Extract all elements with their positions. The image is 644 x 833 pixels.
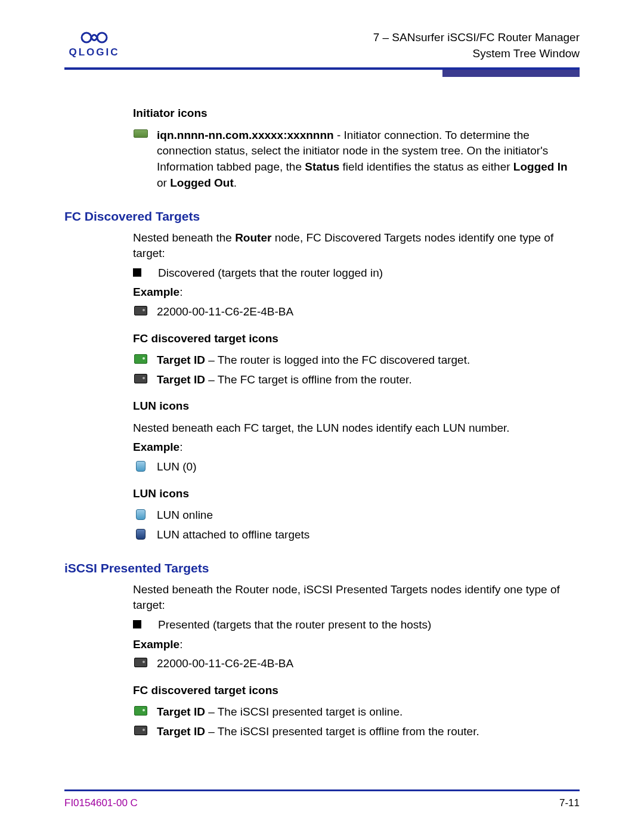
svg-point-0 [82, 33, 91, 42]
header-line1: 7 – SANsurfer iSCSI/FC Router Manager [373, 30, 580, 46]
lun-example-value: LUN (0) [157, 459, 580, 475]
square-bullet-icon [133, 620, 141, 628]
logo-text: QLOGIC [64, 47, 124, 58]
lun-icon [133, 459, 148, 472]
fc-bullet: Discovered (targets that the router logg… [133, 265, 580, 281]
iscsi-target-offline: Target ID – The iSCSI presented target i… [133, 724, 580, 740]
drive-green-icon [133, 352, 148, 364]
iscsi-bullet: Presented (targets that the router prese… [133, 617, 580, 633]
fc-example-label: Example: [133, 284, 580, 301]
lun-dark-icon [133, 527, 148, 540]
initiator-text: iqn.nnnn-nn.com.xxxxx:xxxnnnn - Initiato… [157, 128, 580, 191]
fc-target-offline: Target ID – The FC target is offline fro… [133, 372, 580, 388]
lun-online: LUN online [133, 507, 580, 524]
footer-rule [64, 789, 580, 791]
drive-icon [133, 724, 148, 735]
page-content: Initiator icons iqn.nnnn-nn.com.xxxxx:xx… [64, 77, 580, 739]
lun-offline-text: LUN attached to offline targets [157, 527, 580, 543]
lun-icons-heading-2: LUN icons [133, 486, 580, 502]
fc-bullet-text: Discovered (targets that the router logg… [158, 265, 580, 281]
fc-icons-heading: FC discovered target icons [133, 331, 580, 347]
lun-intro: Nested beneath each FC target, the LUN n… [133, 420, 580, 436]
iscsi-presented-targets-heading: iSCSI Presented Targets [64, 559, 580, 577]
iscsi-icons-heading: FC discovered target icons [133, 683, 580, 699]
drive-green-icon [133, 704, 148, 716]
fc-discovered-targets-heading: FC Discovered Targets [64, 208, 580, 225]
lun-example-label: Example: [133, 439, 580, 456]
lun-offline: LUN attached to offline targets [133, 527, 580, 543]
header-line2: System Tree Window [373, 46, 580, 62]
lun-icon [133, 507, 148, 520]
initiator-icon [133, 128, 148, 138]
drive-icon [133, 656, 148, 667]
fc-intro: Nested beneath the Router node, FC Disco… [133, 230, 580, 262]
doc-number: FI0154601-00 C [64, 797, 138, 809]
iscsi-target-online: Target ID – The iSCSI presented target i… [133, 704, 580, 720]
fc-target-online: Target ID – The router is logged into th… [133, 352, 580, 368]
qlogic-logo: QLOGIC [64, 30, 124, 58]
lun-icons-heading-1: LUN icons [133, 398, 580, 414]
square-bullet-icon [133, 268, 141, 277]
iscsi-intro: Nested beneath the Router node, iSCSI Pr… [133, 582, 580, 614]
initiator-icons-heading: Initiator icons [133, 106, 580, 122]
fc-example: 22000-00-11-C6-2E-4B-BA [133, 304, 580, 320]
drive-icon [133, 304, 148, 315]
svg-point-1 [97, 33, 107, 42]
initiator-description: iqn.nnnn-nn.com.xxxxx:xxxnnnn - Initiato… [133, 128, 580, 191]
iscsi-example-label: Example: [133, 637, 580, 653]
header-title: 7 – SANsurfer iSCSI/FC Router Manager Sy… [373, 30, 580, 61]
iscsi-bullet-text: Presented (targets that the router prese… [158, 617, 580, 633]
drive-icon [133, 372, 148, 383]
fc-example-value: 22000-00-11-C6-2E-4B-BA [157, 304, 580, 320]
header-tab-bar [64, 70, 580, 77]
lun-example: LUN (0) [133, 459, 580, 475]
iscsi-example: 22000-00-11-C6-2E-4B-BA [133, 656, 580, 672]
page-number: 7-11 [559, 797, 580, 809]
header-tab [442, 70, 580, 77]
page-footer: FI0154601-00 C 7-11 [64, 789, 580, 809]
page-header: QLOGIC 7 – SANsurfer iSCSI/FC Router Man… [64, 30, 580, 61]
iscsi-example-value: 22000-00-11-C6-2E-4B-BA [157, 656, 580, 672]
lun-online-text: LUN online [157, 507, 580, 524]
